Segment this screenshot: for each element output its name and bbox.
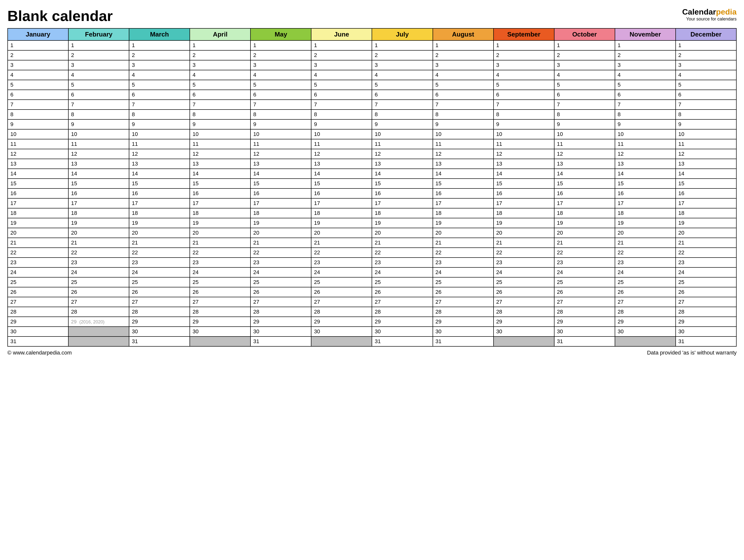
day-cell: 6	[615, 90, 676, 100]
day-cell: 23	[433, 258, 493, 267]
day-row: 101010101010101010101010	[8, 129, 736, 139]
day-cell: 19	[129, 218, 190, 228]
day-cell: 17	[251, 198, 311, 208]
day-cell: 29	[129, 317, 190, 327]
day-cell: 30	[251, 327, 311, 336]
day-cell: 22	[493, 248, 554, 258]
day-row: 131313131313131313131313	[8, 159, 736, 169]
day-cell: 19	[68, 218, 129, 228]
day-cell: 1	[190, 40, 251, 50]
day-cell: 17	[129, 198, 190, 208]
day-cell: 14	[372, 169, 433, 179]
day-cell: 14	[433, 169, 493, 179]
day-cell: 23	[311, 258, 372, 267]
day-cell: 21	[372, 238, 433, 248]
day-cell: 28	[554, 307, 615, 317]
day-cell: 12	[493, 149, 554, 159]
calendar-body: 1111111111112222222222223333333333334444…	[8, 40, 736, 346]
day-cell: 15	[676, 179, 736, 188]
day-cell: 27	[251, 297, 311, 307]
day-cell: 18	[129, 208, 190, 218]
day-cell: 5	[433, 80, 493, 90]
day-cell: 9	[372, 119, 433, 129]
day-cell: 10	[676, 129, 736, 139]
day-cell: 10	[493, 129, 554, 139]
day-cell: 4	[615, 70, 676, 80]
day-cell: 3	[251, 60, 311, 70]
day-cell: 1	[615, 40, 676, 50]
day-cell: 29	[493, 317, 554, 327]
month-header: December	[676, 28, 736, 40]
day-cell: 31	[251, 336, 311, 346]
day-cell: 1	[433, 40, 493, 50]
day-cell: 19	[311, 218, 372, 228]
day-cell: 11	[251, 139, 311, 149]
day-cell: 2	[251, 50, 311, 60]
day-cell: 7	[554, 100, 615, 110]
day-cell: 26	[68, 287, 129, 297]
day-cell: 4	[8, 70, 68, 80]
day-row: 31 31 31 3131 31 31	[8, 336, 736, 346]
day-cell: 21	[311, 238, 372, 248]
day-cell: 18	[372, 208, 433, 218]
day-cell: 10	[615, 129, 676, 139]
month-header: January	[8, 28, 68, 40]
day-cell: 27	[190, 297, 251, 307]
day-cell: 27	[129, 297, 190, 307]
day-cell: 5	[129, 80, 190, 90]
day-cell: 20	[251, 228, 311, 238]
day-cell: 16	[554, 188, 615, 198]
day-cell: 14	[8, 169, 68, 179]
day-cell: 16	[251, 188, 311, 198]
day-cell: 17	[554, 198, 615, 208]
day-cell: 13	[554, 159, 615, 169]
day-cell: 30	[493, 327, 554, 336]
day-cell: 4	[251, 70, 311, 80]
day-cell: 6	[129, 90, 190, 100]
day-cell: 16	[190, 188, 251, 198]
day-cell: 13	[311, 159, 372, 169]
day-cell: 15	[554, 179, 615, 188]
day-cell: 23	[554, 258, 615, 267]
day-row: 333333333333	[8, 60, 736, 70]
day-cell: 28	[68, 307, 129, 317]
day-cell: 4	[129, 70, 190, 80]
page-title: Blank calendar	[7, 7, 113, 25]
day-cell: 26	[372, 287, 433, 297]
day-cell: 4	[190, 70, 251, 80]
day-cell: 7	[615, 100, 676, 110]
day-cell: 6	[433, 90, 493, 100]
day-cell: 10	[311, 129, 372, 139]
day-cell: 30	[433, 327, 493, 336]
day-cell: 31	[372, 336, 433, 346]
day-cell: 21	[433, 238, 493, 248]
day-cell: 29	[372, 317, 433, 327]
day-cell: 4	[433, 70, 493, 80]
day-cell: 10	[554, 129, 615, 139]
day-cell: 19	[251, 218, 311, 228]
day-cell: 3	[554, 60, 615, 70]
day-row: 161616161616161616161616	[8, 188, 736, 198]
day-cell: 19	[372, 218, 433, 228]
day-cell: 11	[615, 139, 676, 149]
day-cell: 28	[129, 307, 190, 317]
day-row: 121212121212121212121212	[8, 149, 736, 159]
day-cell: 3	[311, 60, 372, 70]
day-row: 555555555555	[8, 80, 736, 90]
day-cell: 30	[311, 327, 372, 336]
day-cell: 16	[433, 188, 493, 198]
day-cell: 8	[554, 110, 615, 119]
day-cell: 14	[129, 169, 190, 179]
day-cell: 6	[493, 90, 554, 100]
day-cell: 14	[615, 169, 676, 179]
day-cell: 15	[493, 179, 554, 188]
day-cell: 4	[493, 70, 554, 80]
day-cell: 6	[251, 90, 311, 100]
day-row: 151515151515151515151515	[8, 179, 736, 188]
day-cell: 13	[615, 159, 676, 169]
day-cell: 10	[68, 129, 129, 139]
brand-tagline: Your source for calendars	[682, 16, 737, 22]
day-cell	[493, 336, 554, 346]
day-cell: 17	[311, 198, 372, 208]
day-cell: 12	[251, 149, 311, 159]
